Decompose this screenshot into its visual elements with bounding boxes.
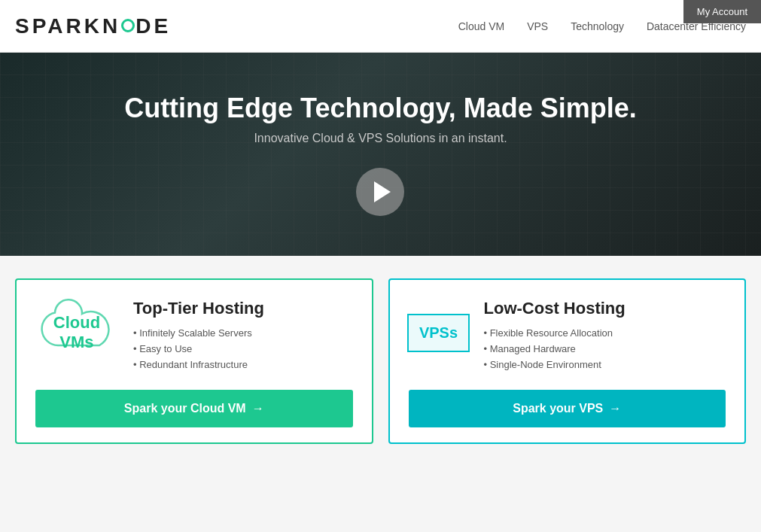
vps-heading: Low-Cost Hosting xyxy=(484,299,626,318)
spark-cloud-label: Spark your Cloud VM xyxy=(124,402,246,415)
vps-features: Flexible Resource Allocation Managed Har… xyxy=(484,327,626,370)
cloud-features: Infinitely Scalable Servers Easy to Use … xyxy=(133,327,264,370)
hero-headline: Cutting Edge Technology, Made Simple. xyxy=(124,93,637,124)
cloud-vm-icon: CloudVMs xyxy=(35,299,118,366)
cloud-card-top: CloudVMs Top-Tier Hosting Infinitely Sca… xyxy=(35,299,353,375)
vps-feature-3: Single-Node Environment xyxy=(484,359,626,370)
logo-o xyxy=(121,19,135,32)
hero-section: Cutting Edge Technology, Made Simple. In… xyxy=(0,53,761,256)
logo-de: DE xyxy=(135,14,171,38)
cloud-feature-3: Redundant Infrastructure xyxy=(133,359,264,370)
vps-box-label: VPSs xyxy=(407,314,470,352)
spark-cloud-arrow: → xyxy=(252,402,264,415)
vps-feature-2: Managed Hardware xyxy=(484,343,626,354)
play-button[interactable] xyxy=(356,168,404,216)
hero-content: Cutting Edge Technology, Made Simple. In… xyxy=(124,93,637,216)
vps-card: VPSs Low-Cost Hosting Flexible Resource … xyxy=(388,278,747,444)
cloud-heading: Top-Tier Hosting xyxy=(133,299,264,318)
cloud-feature-2: Easy to Use xyxy=(133,343,264,354)
cloud-feature-1: Infinitely Scalable Servers xyxy=(133,327,264,339)
nav-cloud-vm[interactable]: Cloud VM xyxy=(458,20,504,32)
cards-section: CloudVMs Top-Tier Hosting Infinitely Sca… xyxy=(0,256,761,467)
header: SPARKNDE Cloud VM VPS Technology Datacen… xyxy=(0,0,761,53)
cloud-card-info: Top-Tier Hosting Infinitely Scalable Ser… xyxy=(133,299,264,375)
vps-card-info: Low-Cost Hosting Flexible Resource Alloc… xyxy=(484,299,626,375)
cloud-icon-text: CloudVMs xyxy=(53,313,100,353)
vps-feature-1: Flexible Resource Allocation xyxy=(484,327,626,339)
logo: SPARKNDE xyxy=(15,14,171,38)
spark-vps-arrow: → xyxy=(609,402,621,415)
logo-spark: SPARKN xyxy=(15,14,120,38)
nav-technology[interactable]: Technology xyxy=(571,20,624,32)
spark-vps-label: Spark your VPS xyxy=(513,402,603,415)
cloud-vm-card: CloudVMs Top-Tier Hosting Infinitely Sca… xyxy=(15,278,373,444)
hero-subheadline: Innovative Cloud & VPS Solutions in an i… xyxy=(124,132,637,145)
nav-vps[interactable]: VPS xyxy=(527,20,548,32)
vps-card-top: VPSs Low-Cost Hosting Flexible Resource … xyxy=(409,299,726,375)
vps-icon: VPSs xyxy=(409,299,469,366)
vps-icon-text: VPSs xyxy=(419,324,458,341)
my-account-button[interactable]: My Account xyxy=(683,0,761,23)
spark-vps-button[interactable]: Spark your VPS→ xyxy=(409,390,726,427)
spark-cloud-vm-button[interactable]: Spark your Cloud VM→ xyxy=(35,390,353,427)
